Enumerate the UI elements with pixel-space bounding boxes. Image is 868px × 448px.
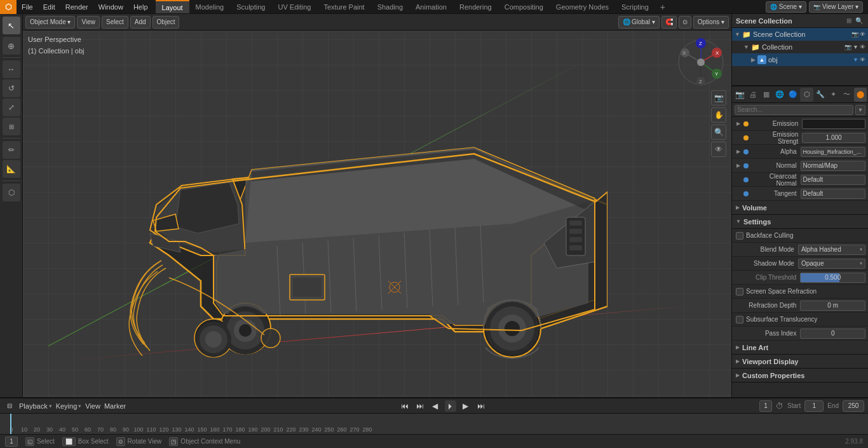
tool-transform[interactable]: ⊞ (3, 118, 20, 135)
prop-icon-view-layer[interactable]: ▦ (760, 88, 773, 102)
tl-step-forward[interactable]: ▶ (460, 400, 471, 412)
collection-camera-icon[interactable]: 📷 (844, 44, 851, 50)
tab-add[interactable]: + (655, 0, 670, 13)
backface-culling-checkbox[interactable] (736, 232, 743, 240)
add-menu[interactable]: Add (130, 16, 151, 29)
volume-section-header[interactable]: ▶ Volume (732, 201, 868, 215)
object-menu[interactable]: Object (153, 16, 180, 29)
tab-compositing[interactable]: Compositing (498, 0, 550, 13)
viewport-view-icon[interactable]: 👁 (711, 142, 726, 157)
blend-mode-dropdown[interactable]: Alpha Hashed ▾ (798, 245, 865, 255)
viewport-camera-icon[interactable]: 📷 (711, 90, 726, 105)
menu-edit[interactable]: Edit (38, 0, 60, 13)
tool-move[interactable]: ↔ (3, 60, 20, 78)
tree-item-collection[interactable]: ▼ 📁 Collection 📷 ▼ 👁 (732, 41, 868, 53)
prop-icon-object[interactable]: ⬡ (800, 88, 813, 102)
settings-section-header[interactable]: ▼ Settings (732, 215, 868, 229)
tangent-field[interactable]: Default (801, 189, 865, 199)
pass-index-field[interactable]: 0 (800, 329, 865, 339)
emission-color-field[interactable] (802, 119, 865, 129)
prop-icon-particles[interactable]: ✦ (827, 88, 840, 102)
custom-properties-section-header[interactable]: ▶ Custom Properties (732, 369, 868, 383)
prop-icon-world[interactable]: 🔵 (787, 88, 799, 102)
scene-camera-icon[interactable]: 📷 (851, 31, 858, 37)
playback-tab[interactable]: Playback ▾ (19, 402, 52, 410)
emission-strength-field[interactable]: 1.000 (802, 133, 865, 143)
obj-eye-icon[interactable]: 👁 (860, 57, 865, 63)
tree-item-scene-collection[interactable]: ▼ 📁 Scene Collection 📷 👁 (732, 28, 868, 41)
prop-icon-output[interactable]: 🖨 (747, 88, 759, 102)
tl-jump-end[interactable]: ⏭ (475, 400, 487, 412)
tab-modeling[interactable]: Modeling (189, 0, 231, 13)
obj-filter-icon[interactable]: ▼ (853, 57, 858, 63)
tab-geometry-nodes[interactable]: Geometry Nodes (550, 0, 615, 13)
tab-sculpting[interactable]: Sculpting (230, 0, 271, 13)
keying-tab[interactable]: Keying ▾ (56, 402, 82, 410)
timeline-ruler[interactable]: 0 10 20 30 40 50 60 70 80 90 100 110 120… (0, 414, 868, 434)
tool-scale[interactable]: ⤢ (3, 98, 20, 116)
tl-play-reverse[interactable]: ◀ (430, 400, 441, 412)
scene-eye-icon[interactable]: 👁 (860, 31, 865, 37)
viewport-pan-icon[interactable]: ✋ (711, 107, 726, 123)
tab-layout[interactable]: Layout (156, 0, 189, 13)
clip-threshold-field[interactable]: 0.500 (800, 273, 865, 283)
props-search-input[interactable] (735, 105, 853, 115)
menu-help[interactable]: Help (128, 0, 153, 13)
tl-step-back[interactable]: ⏭ (414, 400, 426, 412)
view-tab[interactable]: View (85, 402, 100, 410)
prop-icon-render[interactable]: 📷 (733, 88, 746, 102)
alpha-field[interactable]: Housing_Refraction_... (801, 147, 865, 157)
tool-cursor[interactable]: ⊕ (3, 37, 20, 55)
object-mode-dropdown[interactable]: Object Mode ▾ (25, 16, 75, 29)
transform-dropdown[interactable]: 🌐 Global ▾ (618, 16, 660, 29)
3d-viewport[interactable]: Object Mode ▾ View Select Add Object 🌐 G… (23, 14, 731, 397)
view-menu[interactable]: View (77, 16, 100, 29)
viewport-display-section-header[interactable]: ▶ Viewport Display (732, 355, 868, 369)
viewport-zoom-icon[interactable]: 🔍 (711, 125, 726, 140)
refraction-depth-field[interactable]: 0 m (800, 301, 865, 311)
tool-rotate[interactable]: ↺ (3, 79, 20, 97)
outliner-search-icon[interactable]: 🔍 (854, 16, 864, 26)
marker-tab[interactable]: Marker (104, 402, 126, 410)
start-frame-input[interactable]: 1 (804, 400, 824, 412)
tool-measure[interactable]: 📐 (3, 160, 20, 178)
menu-file[interactable]: File (17, 0, 38, 13)
tab-texture-paint[interactable]: Texture Paint (317, 0, 370, 13)
end-frame-input[interactable]: 250 (843, 400, 864, 412)
normal-field[interactable]: Normal/Map (801, 161, 865, 171)
tool-select[interactable]: ↖ (3, 17, 20, 34)
tab-rendering[interactable]: Rendering (453, 0, 498, 13)
clearcoat-field[interactable]: Default (801, 175, 865, 185)
tree-item-obj[interactable]: ▶ ▲ obj ▼ 👁 (732, 53, 868, 66)
proportional-toggle[interactable]: ⊙ (679, 16, 691, 29)
tool-annotate[interactable]: ✏ (3, 141, 20, 159)
props-filter-btn[interactable]: ▼ (855, 105, 865, 115)
view-layer-selector[interactable]: 📷 View Layer ▾ (809, 1, 863, 13)
tl-mode-btn[interactable]: ⊟ (4, 400, 15, 412)
menu-render[interactable]: Render (60, 0, 93, 13)
line-art-section-header[interactable]: ▶ Line Art (732, 341, 868, 355)
tab-scripting[interactable]: Scripting (615, 0, 655, 13)
tab-animation[interactable]: Animation (409, 0, 453, 13)
tool-add-cube[interactable]: ⬡ (3, 184, 20, 201)
prop-icon-scene[interactable]: 🌐 (773, 88, 786, 102)
tl-stop[interactable]: ⏵ (445, 400, 456, 412)
outliner-filter-icon[interactable]: ⊞ (844, 16, 854, 26)
screen-space-refraction-checkbox[interactable] (736, 288, 743, 295)
tab-uv-editing[interactable]: UV Editing (271, 0, 317, 13)
scene-selector[interactable]: 🌐 Scene ▾ (766, 1, 806, 13)
menu-window[interactable]: Window (93, 0, 128, 13)
collection-eye-icon[interactable]: 👁 (860, 44, 865, 50)
snap-toggle[interactable]: 🧲 (661, 16, 677, 29)
prop-icon-modifier[interactable]: 🔧 (814, 88, 827, 102)
subsurface-translucency-checkbox[interactable] (736, 316, 743, 323)
tl-jump-start[interactable]: ⏮ (399, 400, 410, 412)
prop-icon-material[interactable]: ⬤ (854, 88, 867, 102)
collection-filter-icon[interactable]: ▼ (853, 44, 858, 50)
shadow-mode-dropdown[interactable]: Opaque ▾ (798, 259, 865, 269)
nav-gizmo[interactable]: X X Y Z Z (675, 37, 726, 88)
options-btn[interactable]: Options ▾ (693, 16, 729, 29)
prop-icon-physics[interactable]: 〜 (841, 88, 853, 102)
select-menu[interactable]: Select (102, 16, 128, 29)
tab-shading[interactable]: Shading (371, 0, 409, 13)
